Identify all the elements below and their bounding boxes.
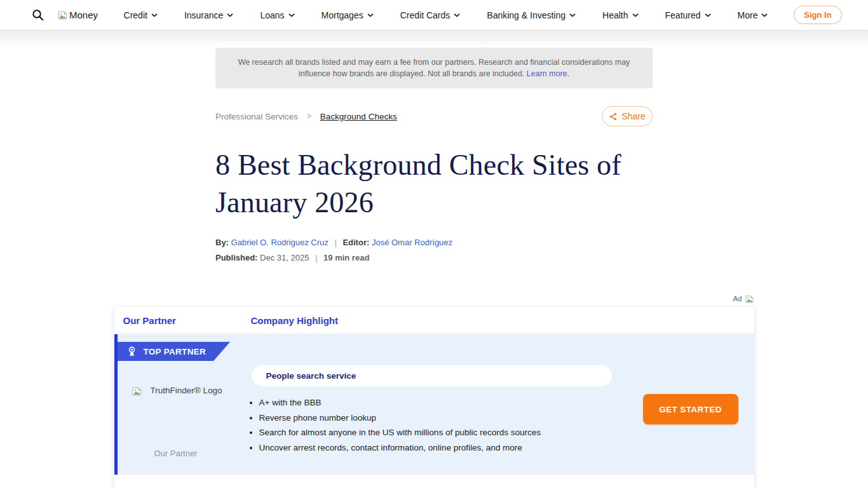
top-nav-bar: Money Credit Insurance Loans Mortgages C… <box>0 0 868 30</box>
brand-area: Money <box>32 9 98 22</box>
feature-bullet: Uncover arrest records, contact informat… <box>259 443 541 452</box>
nav-item-credit[interactable]: Credit <box>124 10 158 20</box>
byline-separator: | <box>334 238 336 247</box>
feature-bullet: Search for almost anyone in the US with … <box>259 428 541 437</box>
top-partner-badge: TOP PARTNER <box>118 342 231 361</box>
main-nav: Credit Insurance Loans Mortgages Credit … <box>124 10 768 20</box>
next-partner-row-stub <box>114 475 754 488</box>
read-time: 19 min read <box>323 253 369 262</box>
chevron-down-icon <box>632 13 639 17</box>
chevron-down-icon <box>705 13 711 17</box>
broken-image-icon <box>132 386 142 396</box>
published-prefix: Published: <box>215 253 257 262</box>
nav-item-banking-investing[interactable]: Banking & Investing <box>487 10 576 20</box>
partner-caption: Our Partner <box>125 449 227 458</box>
nav-item-insurance[interactable]: Insurance <box>184 10 233 20</box>
disclaimer-box: We research all brands listed and may ea… <box>215 48 653 88</box>
feature-bullet: Reverse phone number lookup <box>259 413 541 423</box>
table-header-row: Our Partner Company Highlight <box>114 307 754 334</box>
partner-table-section: Ad Our Partner Company Highlight TOP PAR… <box>114 294 754 488</box>
chevron-down-icon <box>367 13 374 17</box>
share-icon <box>609 112 618 121</box>
nav-item-featured[interactable]: Featured <box>665 10 711 20</box>
top-partner-row: TOP PARTNER TruthFinder® Logo Our Partne… <box>114 334 754 475</box>
feature-bullet-list: A+ with the BBB Reverse phone number loo… <box>248 398 541 458</box>
published-line: Published: Dec 31, 2025 | 19 min read <box>215 253 653 262</box>
disclaimer-text: We research all brands listed and may ea… <box>238 58 630 78</box>
broken-image-icon <box>745 294 754 304</box>
byline-prefix: By: <box>215 238 229 247</box>
nav-item-health[interactable]: Health <box>602 10 638 20</box>
share-label: Share <box>621 111 645 121</box>
editor-prefix: Editor: <box>342 238 369 247</box>
broken-image-icon <box>57 10 68 20</box>
chevron-down-icon <box>227 13 233 17</box>
sign-in-button[interactable]: Sign In <box>794 6 842 24</box>
chevron-down-icon <box>151 13 158 17</box>
chevron-down-icon <box>569 13 576 17</box>
breadcrumb-current-link[interactable]: Background Checks <box>320 112 397 121</box>
breadcrumb-parent-link[interactable]: Professional Services <box>215 112 298 121</box>
medal-icon <box>126 346 138 358</box>
column-header-company-highlight: Company Highlight <box>251 315 339 326</box>
published-separator: | <box>315 253 317 262</box>
nav-item-more[interactable]: More <box>738 10 768 20</box>
share-button[interactable]: Share <box>602 106 653 126</box>
learn-more-link[interactable]: Learn more. <box>527 69 569 78</box>
nav-item-credit-cards[interactable]: Credit Cards <box>400 10 461 20</box>
ad-label: Ad <box>733 295 742 302</box>
ad-disclosure: Ad <box>114 294 754 304</box>
partner-logo[interactable]: TruthFinder® Logo <box>132 386 222 396</box>
chevron-down-icon <box>288 13 295 17</box>
article-main: We research all brands listed and may ea… <box>0 48 868 488</box>
partner-comparison-table: Our Partner Company Highlight TOP PARTNE… <box>114 307 754 488</box>
breadcrumb-separator: > <box>307 112 311 121</box>
top-partner-badge-label: TOP PARTNER <box>144 347 207 356</box>
nav-item-loans[interactable]: Loans <box>260 10 294 20</box>
editor-link[interactable]: José Omar Rodríguez <box>372 238 452 247</box>
column-header-our-partner: Our Partner <box>123 315 251 326</box>
chevron-down-icon <box>454 13 460 17</box>
feature-bullet: A+ with the BBB <box>259 398 541 407</box>
nav-item-mortgages[interactable]: Mortgages <box>322 10 374 20</box>
search-icon[interactable] <box>32 9 44 22</box>
page-title: 8 Best Background Check Sites of January… <box>215 146 653 221</box>
breadcrumb: Professional Services > Background Check… <box>215 106 653 126</box>
partner-logo-alt-text: TruthFinder® Logo <box>151 386 222 395</box>
byline: By: Gabriel O. Rodriguez Cruz | Editor: … <box>215 238 653 247</box>
money-logo-text: Money <box>69 10 98 20</box>
money-logo[interactable]: Money <box>57 10 98 20</box>
company-highlight-pill: People search service <box>252 365 612 386</box>
get-started-button[interactable]: GET STARTED <box>643 394 738 424</box>
author-link[interactable]: Gabriel O. Rodriguez Cruz <box>231 238 329 247</box>
chevron-down-icon <box>761 13 768 17</box>
header-shadow <box>0 30 868 48</box>
published-date: Dec 31, 2025 <box>260 253 309 262</box>
